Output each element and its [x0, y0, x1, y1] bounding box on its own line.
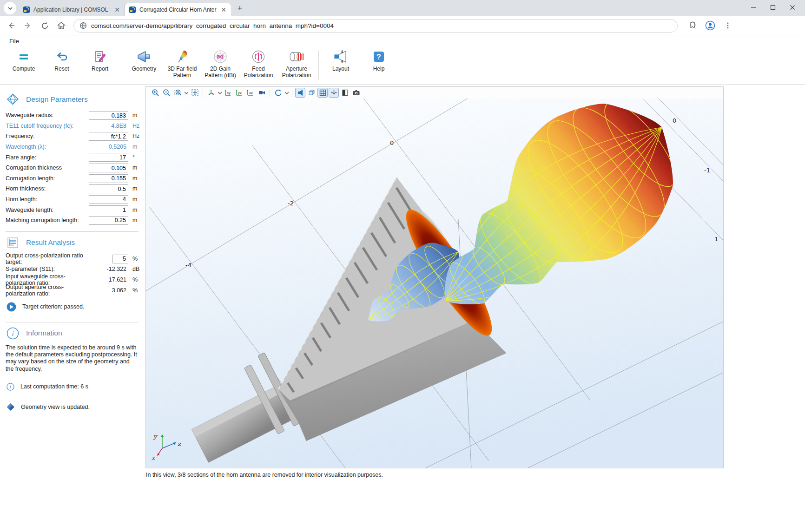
- matching-corrugation-length-input[interactable]: [89, 216, 128, 225]
- far-field-3d-icon: [175, 49, 190, 65]
- design-parameters-icon: [7, 93, 19, 105]
- file-menu[interactable]: File: [7, 37, 22, 46]
- tab-title: Corrugated Circular Horn Anter: [139, 7, 217, 13]
- grid-toggle[interactable]: [317, 88, 328, 98]
- settings-panel: Design Parameters Waveguide radius: m TE…: [0, 85, 142, 411]
- param-flare-angle: Flare angle: °: [6, 152, 142, 163]
- view-xz-button[interactable]: xz: [245, 88, 256, 98]
- reload-button[interactable]: [37, 18, 52, 33]
- section-divider: [6, 322, 139, 322]
- tab-application-library[interactable]: Application Library | COMSOL S ✕: [19, 4, 125, 15]
- feed-polarization-icon: [251, 49, 266, 65]
- scene-light-icon: [297, 89, 304, 97]
- zoom-box-dropdown[interactable]: [184, 88, 189, 98]
- zoom-out-button[interactable]: [161, 88, 172, 98]
- tab-close-icon[interactable]: ✕: [113, 6, 121, 13]
- home-button[interactable]: [54, 18, 69, 33]
- param-matching-corrugation-length: Matching corrugation length: m: [6, 215, 142, 226]
- axes-view-icon: [207, 89, 215, 97]
- invert-colors-toggle[interactable]: [340, 88, 350, 98]
- information-text: The solution time is expected to be arou…: [6, 344, 138, 373]
- url-bar[interactable]: comsol.com/server-demo/app/library_corru…: [73, 19, 678, 33]
- new-tab-button[interactable]: +: [234, 2, 246, 14]
- gain-2d-button[interactable]: 2D Gain Pattern (dBi): [201, 49, 239, 82]
- window-minimize-icon[interactable]: [744, 0, 763, 15]
- tab-search-button[interactable]: [4, 2, 16, 14]
- rotate-button[interactable]: [273, 88, 283, 98]
- tab-close-icon[interactable]: ✕: [220, 6, 227, 13]
- view-xz-icon: xz: [246, 89, 255, 97]
- help-button[interactable]: ? Help: [360, 49, 398, 82]
- geometry-updated-row: Geometry view is updated.: [7, 403, 142, 411]
- toolbar-separator: [292, 89, 292, 97]
- result-analysis-icon: [7, 236, 19, 249]
- flare-angle-input[interactable]: [89, 153, 128, 162]
- window-controls: [744, 0, 802, 15]
- graphics-scene[interactable]: 0 -2 -4 0 -1 1: [146, 99, 723, 468]
- play-status-icon: [7, 302, 16, 312]
- view-dropdown[interactable]: [217, 88, 222, 98]
- far-field-3d-button[interactable]: 3D Far-field Pattern: [163, 49, 201, 82]
- view-yz-button[interactable]: yz: [234, 88, 244, 98]
- waveguide-length-input[interactable]: [89, 205, 128, 214]
- default-3d-view-button[interactable]: [206, 88, 216, 98]
- tab-title: Application Library | COMSOL S: [33, 7, 110, 13]
- geometry-button[interactable]: Geometry: [125, 49, 163, 82]
- browser-menu-button[interactable]: [720, 18, 735, 33]
- window-close-icon[interactable]: [783, 0, 802, 15]
- window-maximize-icon[interactable]: [763, 0, 783, 15]
- show-axes-toggle[interactable]: [329, 88, 339, 98]
- scene-camera-button[interactable]: [257, 88, 267, 98]
- waveguide-radius-input[interactable]: [89, 111, 128, 120]
- param-corrugation-thickness: Corrugation thickness m: [6, 163, 142, 173]
- transparency-toggle[interactable]: [306, 88, 317, 98]
- zoom-in-button[interactable]: [150, 88, 160, 98]
- tab-corrugated-horn[interactable]: Corrugated Circular Horn Anter ✕: [125, 3, 231, 16]
- corrugation-length-input[interactable]: [89, 174, 128, 183]
- zoom-box-button[interactable]: [172, 88, 183, 98]
- view-xy-button[interactable]: xy: [223, 88, 233, 98]
- layout-button[interactable]: Layout: [322, 49, 360, 82]
- svg-text:i: i: [10, 384, 11, 389]
- param-te11-cutoff: TE11 cutoff frequency (fc): 4.8E8 Hz: [6, 121, 142, 131]
- snapshot-button[interactable]: [351, 88, 361, 98]
- reset-button[interactable]: Reset: [43, 49, 81, 82]
- compute-button[interactable]: Compute: [5, 49, 43, 82]
- ribbon-separator: [318, 51, 319, 80]
- input-crosspol-value: 17.621: [89, 276, 128, 283]
- app-menubar: File: [0, 35, 805, 47]
- info-small-icon: i: [7, 383, 14, 391]
- graphics-toolbar: xy yz xz: [146, 87, 723, 99]
- graphics-panel: xy yz xz: [145, 86, 724, 468]
- chevron-down-icon: [185, 92, 188, 94]
- report-button[interactable]: Report: [81, 49, 119, 82]
- horn-length-input[interactable]: [89, 195, 128, 204]
- te11-cutoff-value: 4.8E8: [89, 123, 128, 129]
- rotate-dropdown[interactable]: [284, 88, 289, 98]
- browser-tab-strip: Application Library | COMSOL S ✕ Corruga…: [0, 0, 805, 16]
- s11-value: -12.322: [89, 266, 128, 272]
- param-corrugation-length: Corrugation length: m: [6, 173, 142, 184]
- section-divider: [6, 231, 139, 232]
- scene-light-toggle[interactable]: [295, 88, 305, 98]
- tick-label: -2: [288, 200, 294, 207]
- toolbar-separator: [270, 89, 270, 97]
- back-button[interactable]: [4, 18, 19, 33]
- tick-label: -4: [185, 262, 191, 269]
- cross-polarization-target-input[interactable]: [112, 255, 128, 263]
- forward-button[interactable]: [20, 18, 35, 33]
- report-icon: [93, 49, 107, 65]
- corrugation-thickness-input[interactable]: [89, 164, 128, 172]
- chevron-down-icon: [285, 92, 289, 94]
- section-title: Information: [26, 329, 62, 337]
- feed-polarization-button[interactable]: Feed Polarization: [239, 49, 277, 82]
- horn-thickness-input[interactable]: [89, 184, 128, 193]
- help-icon: ?: [372, 49, 385, 65]
- compute-icon: [17, 49, 31, 65]
- extensions-button[interactable]: [685, 18, 700, 33]
- param-horn-length: Horn length: m: [6, 194, 142, 205]
- profile-avatar[interactable]: [703, 18, 718, 33]
- zoom-extents-button[interactable]: [190, 88, 200, 98]
- frequency-input[interactable]: [89, 132, 128, 141]
- aperture-polarization-button[interactable]: Aperture Polarization: [277, 49, 316, 82]
